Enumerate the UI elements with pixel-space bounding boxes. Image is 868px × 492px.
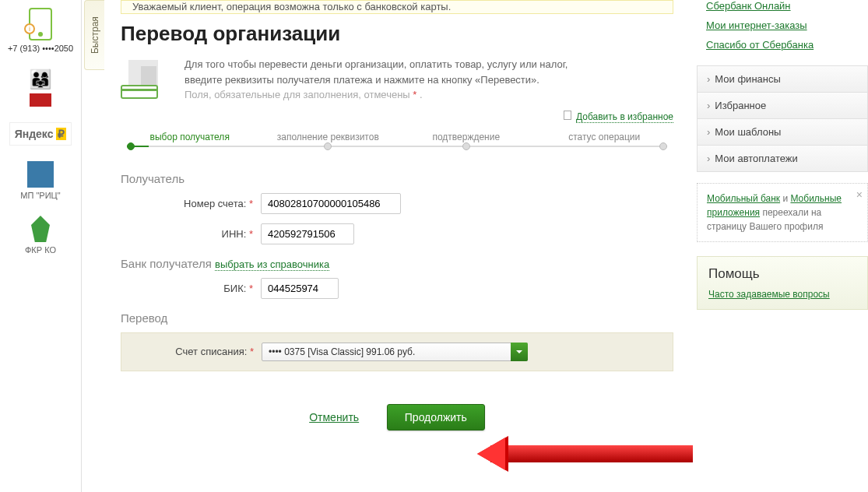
right-link-orders[interactable]: Мои интернет-заказы [706, 19, 868, 31]
bank-directory-link[interactable]: выбрать из справочника [215, 258, 329, 271]
accordion-templates[interactable]: Мои шаблоны [697, 118, 868, 146]
info-box: × Мобильный банк и Мобильные приложения … [697, 183, 868, 242]
leaf-icon [31, 216, 50, 242]
red-badge [30, 93, 51, 107]
account-from-label: Счет списания: [175, 346, 247, 357]
help-box: Помощь Часто задаваемые вопросы [697, 256, 868, 310]
right-link-spasibo[interactable]: Спасибо от Сбербанка [706, 39, 868, 51]
bik-input[interactable] [261, 278, 339, 299]
add-favorite[interactable]: Добавить в избранное [121, 111, 673, 122]
rail-label: МП "РИЦ" [20, 191, 60, 200]
account-from-select[interactable]: •••• 0375 [Visa Classic] 991.06 руб. [262, 343, 528, 361]
account-input[interactable] [261, 193, 401, 214]
rail-phone-number: +7 (913) ••••2050 [8, 44, 73, 53]
step-4: статус операции [536, 132, 674, 142]
section-bank: Банк получателя [121, 257, 212, 270]
left-rail: i +7 (913) ••••2050 👨‍👩‍👧 Яндекс ₽ МП "Р… [0, 0, 82, 492]
main-content: Уважаемый клиент, операция возможна толь… [82, 0, 697, 492]
red-arrow-annotation [490, 445, 693, 462]
rail-yandex[interactable]: Яндекс ₽ [9, 122, 72, 146]
rail-ric[interactable]: МП "РИЦ" [20, 161, 60, 200]
faq-link[interactable]: Часто задаваемые вопросы [708, 289, 830, 300]
rail-label: ФКР КО [25, 245, 56, 255]
accordion-autopay[interactable]: Мои автоплатежи [697, 145, 868, 172]
building-icon [27, 161, 54, 188]
yandex-icon: Яндекс ₽ [9, 122, 72, 146]
inn-input[interactable] [261, 223, 354, 244]
close-icon[interactable]: × [856, 187, 863, 203]
intro-block: Для того чтобы перевести деньги организа… [121, 57, 673, 103]
rail-people[interactable]: 👨‍👩‍👧 [29, 69, 52, 107]
step-1: выбор получателя [121, 132, 259, 142]
people-icon: 👨‍👩‍👧 [29, 69, 52, 90]
bik-label: БИК: [223, 283, 246, 294]
right-link-online[interactable]: Сбербанк Онлайн [706, 0, 868, 12]
bookmark-icon [564, 111, 571, 120]
phone-icon: i [29, 8, 52, 40]
rail-phone[interactable]: i +7 (913) ••••2050 [8, 8, 73, 53]
step-3: подтверждение [397, 132, 536, 142]
chevron-down-icon[interactable] [511, 343, 528, 361]
add-favorite-link[interactable]: Добавить в избранное [576, 111, 673, 123]
account-label: Номер счета: [184, 198, 246, 209]
step-2: заполнение реквизитов [259, 132, 398, 142]
mobile-bank-link[interactable]: Мобильный банк [707, 193, 780, 204]
continue-button[interactable]: Продолжить [387, 404, 485, 430]
rail-fkr[interactable]: ФКР КО [25, 216, 56, 255]
cancel-button[interactable]: Отменить [309, 411, 359, 423]
section-recipient: Получатель [121, 172, 673, 185]
right-sidebar: Сбербанк Онлайн Мои интернет-заказы Спас… [697, 0, 868, 492]
stepper: выбор получателя заполнение реквизитов п… [121, 132, 673, 153]
intro-line2: Поля, обязательные для заполнения, отмеч… [184, 89, 413, 100]
account-from-value: •••• 0375 [Visa Classic] 991.06 руб. [262, 343, 528, 361]
warning-banner: Уважаемый клиент, операция возможна толь… [121, 0, 673, 14]
page-title: Перевод организации [121, 22, 673, 46]
accordion-favorites[interactable]: Избранное [697, 92, 868, 119]
section-transfer: Перевод [121, 311, 673, 325]
intro-line1: Для того чтобы перевести деньги организа… [184, 58, 568, 86]
accordion-finances[interactable]: Мои финансы [697, 65, 868, 93]
inn-label: ИНН: [222, 228, 247, 240]
org-card-icon [121, 57, 170, 99]
help-title: Помощь [708, 266, 856, 282]
